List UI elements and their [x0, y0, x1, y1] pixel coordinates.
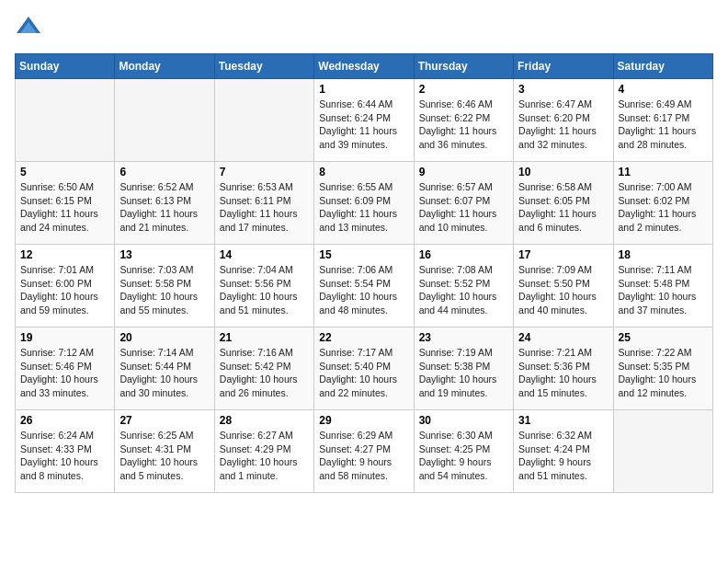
day-number: 7	[220, 166, 309, 178]
day-number: 11	[619, 166, 708, 178]
calendar-cell: 9Sunrise: 6:57 AM Sunset: 6:07 PM Daylig…	[414, 162, 513, 245]
day-number: 29	[319, 414, 408, 427]
calendar-cell: 27Sunrise: 6:25 AM Sunset: 4:31 PM Dayli…	[115, 410, 214, 493]
day-number: 13	[119, 248, 209, 261]
calendar-cell: 14Sunrise: 7:04 AM Sunset: 5:56 PM Dayli…	[214, 245, 313, 327]
day-number: 21	[220, 331, 309, 344]
day-number: 23	[419, 331, 508, 344]
day-info: Sunrise: 7:12 AM Sunset: 5:46 PM Dayligh…	[20, 346, 109, 400]
calendar-cell	[613, 410, 712, 493]
col-header-wednesday: Wednesday	[314, 54, 414, 79]
calendar-week-5: 26Sunrise: 6:24 AM Sunset: 4:33 PM Dayli…	[16, 410, 713, 493]
day-info: Sunrise: 7:08 AM Sunset: 5:52 PM Dayligh…	[419, 263, 508, 317]
calendar-cell: 13Sunrise: 7:03 AM Sunset: 5:58 PM Dayli…	[115, 245, 214, 327]
day-info: Sunrise: 6:30 AM Sunset: 4:25 PM Dayligh…	[419, 429, 508, 483]
calendar-cell: 5Sunrise: 6:50 AM Sunset: 6:15 PM Daylig…	[16, 162, 115, 245]
calendar-cell	[16, 79, 115, 162]
day-info: Sunrise: 7:14 AM Sunset: 5:44 PM Dayligh…	[119, 346, 209, 400]
calendar-table: SundayMondayTuesdayWednesdayThursdayFrid…	[15, 53, 713, 493]
calendar-cell: 19Sunrise: 7:12 AM Sunset: 5:46 PM Dayli…	[16, 327, 115, 410]
day-info: Sunrise: 7:17 AM Sunset: 5:40 PM Dayligh…	[319, 346, 408, 400]
day-number: 25	[619, 331, 708, 344]
day-info: Sunrise: 6:50 AM Sunset: 6:15 PM Dayligh…	[20, 180, 109, 235]
day-info: Sunrise: 6:47 AM Sunset: 6:20 PM Dayligh…	[518, 98, 608, 152]
day-number: 31	[518, 414, 608, 427]
day-info: Sunrise: 6:57 AM Sunset: 6:07 PM Dayligh…	[419, 180, 508, 235]
day-number: 20	[119, 331, 209, 344]
day-number: 22	[319, 331, 408, 344]
calendar-cell: 16Sunrise: 7:08 AM Sunset: 5:52 PM Dayli…	[414, 245, 513, 327]
day-number: 26	[20, 414, 109, 427]
day-info: Sunrise: 7:04 AM Sunset: 5:56 PM Dayligh…	[220, 263, 309, 317]
day-info: Sunrise: 6:58 AM Sunset: 6:05 PM Dayligh…	[518, 180, 608, 235]
calendar-cell: 12Sunrise: 7:01 AM Sunset: 6:00 PM Dayli…	[16, 245, 115, 327]
day-info: Sunrise: 7:16 AM Sunset: 5:42 PM Dayligh…	[220, 346, 309, 400]
calendar-cell: 7Sunrise: 6:53 AM Sunset: 6:11 PM Daylig…	[214, 162, 313, 245]
calendar-cell: 10Sunrise: 6:58 AM Sunset: 6:05 PM Dayli…	[514, 162, 613, 245]
calendar-header: SundayMondayTuesdayWednesdayThursdayFrid…	[16, 54, 713, 79]
day-info: Sunrise: 6:46 AM Sunset: 6:22 PM Dayligh…	[419, 98, 508, 152]
day-number: 3	[518, 83, 608, 96]
day-info: Sunrise: 7:21 AM Sunset: 5:36 PM Dayligh…	[518, 346, 608, 400]
calendar-cell: 15Sunrise: 7:06 AM Sunset: 5:54 PM Dayli…	[314, 245, 414, 327]
page-header	[15, 15, 713, 42]
day-number: 16	[419, 248, 508, 261]
col-header-sunday: Sunday	[16, 54, 115, 79]
day-number: 5	[20, 166, 109, 178]
col-header-monday: Monday	[115, 54, 214, 79]
day-info: Sunrise: 6:52 AM Sunset: 6:13 PM Dayligh…	[119, 180, 209, 235]
day-info: Sunrise: 7:00 AM Sunset: 6:02 PM Dayligh…	[619, 180, 708, 235]
col-header-tuesday: Tuesday	[214, 54, 313, 79]
day-info: Sunrise: 7:09 AM Sunset: 5:50 PM Dayligh…	[518, 263, 608, 317]
day-number: 2	[419, 83, 508, 96]
day-info: Sunrise: 6:27 AM Sunset: 4:29 PM Dayligh…	[220, 429, 309, 483]
calendar-cell: 26Sunrise: 6:24 AM Sunset: 4:33 PM Dayli…	[16, 410, 115, 493]
day-info: Sunrise: 6:29 AM Sunset: 4:27 PM Dayligh…	[319, 429, 408, 483]
col-header-friday: Friday	[514, 54, 613, 79]
day-number: 9	[419, 166, 508, 178]
calendar-week-1: 1Sunrise: 6:44 AM Sunset: 6:24 PM Daylig…	[16, 79, 713, 162]
calendar-week-4: 19Sunrise: 7:12 AM Sunset: 5:46 PM Dayli…	[16, 327, 713, 410]
calendar-cell: 11Sunrise: 7:00 AM Sunset: 6:02 PM Dayli…	[613, 162, 712, 245]
logo-icon	[15, 15, 42, 42]
day-number: 1	[319, 83, 408, 96]
logo	[15, 15, 46, 42]
calendar-cell: 1Sunrise: 6:44 AM Sunset: 6:24 PM Daylig…	[314, 79, 414, 162]
calendar-cell: 20Sunrise: 7:14 AM Sunset: 5:44 PM Dayli…	[115, 327, 214, 410]
calendar-cell: 8Sunrise: 6:55 AM Sunset: 6:09 PM Daylig…	[314, 162, 414, 245]
day-info: Sunrise: 7:06 AM Sunset: 5:54 PM Dayligh…	[319, 263, 408, 317]
day-number: 4	[619, 83, 708, 96]
day-number: 15	[319, 248, 408, 261]
calendar-cell	[115, 79, 214, 162]
day-info: Sunrise: 6:44 AM Sunset: 6:24 PM Dayligh…	[319, 98, 408, 152]
calendar-cell: 31Sunrise: 6:32 AM Sunset: 4:24 PM Dayli…	[514, 410, 613, 493]
day-info: Sunrise: 7:11 AM Sunset: 5:48 PM Dayligh…	[619, 263, 708, 317]
calendar-cell: 30Sunrise: 6:30 AM Sunset: 4:25 PM Dayli…	[414, 410, 513, 493]
day-number: 30	[419, 414, 508, 427]
day-number: 24	[518, 331, 608, 344]
day-number: 12	[20, 248, 109, 261]
calendar-cell: 18Sunrise: 7:11 AM Sunset: 5:48 PM Dayli…	[613, 245, 712, 327]
day-info: Sunrise: 6:55 AM Sunset: 6:09 PM Dayligh…	[319, 180, 408, 235]
day-info: Sunrise: 6:32 AM Sunset: 4:24 PM Dayligh…	[518, 429, 608, 483]
day-number: 19	[20, 331, 109, 344]
calendar-cell: 24Sunrise: 7:21 AM Sunset: 5:36 PM Dayli…	[514, 327, 613, 410]
day-info: Sunrise: 6:49 AM Sunset: 6:17 PM Dayligh…	[619, 98, 708, 152]
day-number: 28	[220, 414, 309, 427]
calendar-cell: 28Sunrise: 6:27 AM Sunset: 4:29 PM Dayli…	[214, 410, 313, 493]
calendar-cell: 23Sunrise: 7:19 AM Sunset: 5:38 PM Dayli…	[414, 327, 513, 410]
day-info: Sunrise: 6:25 AM Sunset: 4:31 PM Dayligh…	[119, 429, 209, 483]
calendar-cell: 17Sunrise: 7:09 AM Sunset: 5:50 PM Dayli…	[514, 245, 613, 327]
calendar-cell: 2Sunrise: 6:46 AM Sunset: 6:22 PM Daylig…	[414, 79, 513, 162]
calendar-cell: 29Sunrise: 6:29 AM Sunset: 4:27 PM Dayli…	[314, 410, 414, 493]
day-info: Sunrise: 7:19 AM Sunset: 5:38 PM Dayligh…	[419, 346, 508, 400]
day-number: 6	[119, 166, 209, 178]
day-info: Sunrise: 6:24 AM Sunset: 4:33 PM Dayligh…	[20, 429, 109, 483]
day-info: Sunrise: 7:22 AM Sunset: 5:35 PM Dayligh…	[619, 346, 708, 400]
col-header-saturday: Saturday	[613, 54, 712, 79]
col-header-thursday: Thursday	[414, 54, 513, 79]
calendar-week-2: 5Sunrise: 6:50 AM Sunset: 6:15 PM Daylig…	[16, 162, 713, 245]
calendar-cell: 25Sunrise: 7:22 AM Sunset: 5:35 PM Dayli…	[613, 327, 712, 410]
day-info: Sunrise: 7:03 AM Sunset: 5:58 PM Dayligh…	[119, 263, 209, 317]
day-number: 8	[319, 166, 408, 178]
